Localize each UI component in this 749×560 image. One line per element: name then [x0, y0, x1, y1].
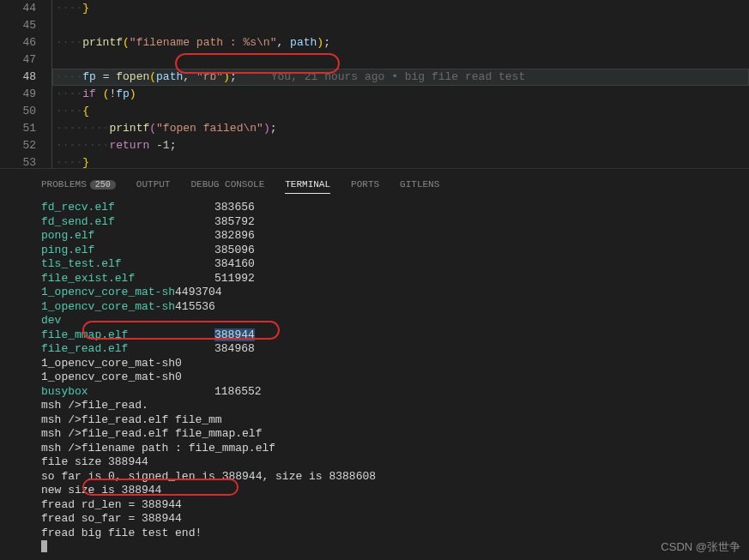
code-line[interactable]: ····fp = fopen(path, "rb");You, 21 hours… [52, 69, 749, 86]
line-number: 47 [0, 51, 36, 69]
git-blame-hint: You, 21 hours ago • big file read test [271, 70, 525, 83]
line-number-gutter: 44454647484950515253 [0, 0, 51, 168]
terminal-line: file_exist.elf511992 [41, 272, 749, 286]
terminal-line: fread big file test end! [41, 527, 749, 541]
code-line[interactable]: ····} [52, 154, 749, 172]
terminal-line: file_read.elf384968 [41, 342, 749, 357]
terminal-line: fread so_far = 388944 [41, 512, 749, 527]
terminal-line: busybox1186552 [41, 385, 749, 400]
terminal-line: fd_recv.elf383656 [41, 201, 749, 215]
code-line[interactable]: ····} [52, 0, 749, 17]
tab-gitlens[interactable]: GITLENS [400, 176, 439, 194]
panel-tabs: PROBLEMS250 OUTPUT DEBUG CONSOLE TERMINA… [0, 169, 749, 197]
terminal-line: msh />file_read. [41, 399, 749, 413]
line-number: 44 [0, 0, 36, 17]
terminal-line: 1_opencv_core_mat-sh0 [41, 357, 749, 371]
tab-output[interactable]: OUTPUT [136, 176, 171, 194]
code-line[interactable]: ····if (!fp) [52, 86, 749, 103]
terminal-line: so far is 0, signed_len is 388944, size … [41, 470, 749, 485]
line-number: 53 [0, 154, 36, 172]
code-line[interactable]: ········return -1; [52, 137, 749, 154]
terminal-line: msh />file_read.elf file_mmap.elf [41, 427, 749, 442]
line-number: 52 [0, 137, 36, 154]
terminal-line: 1_opencv_core_mat-sh0 [41, 370, 749, 385]
code-line[interactable] [52, 51, 749, 69]
line-number: 50 [0, 103, 36, 120]
terminal-line: 1_opencv_core_mat-sh4493704 [41, 286, 749, 300]
terminal-cursor [41, 540, 47, 552]
terminal-line: 1_opencv_core_mat-sh415536 [41, 300, 749, 315]
line-number: 51 [0, 120, 36, 137]
code-line[interactable]: ····printf("filename path : %s\n", path)… [52, 34, 749, 51]
tab-problems[interactable]: PROBLEMS250 [41, 176, 116, 194]
line-number: 49 [0, 86, 36, 103]
bottom-panel: PROBLEMS250 OUTPUT DEBUG CONSOLE TERMINA… [0, 168, 749, 560]
terminal-line: new size is 388944 [41, 484, 749, 498]
terminal-line: dev [41, 314, 749, 328]
code-line[interactable]: ········printf("fopen failed\n"); [52, 120, 749, 137]
code-line[interactable] [52, 17, 749, 34]
tab-ports[interactable]: PORTS [351, 176, 379, 194]
terminal-line: msh />file_read.elf file_mm [41, 413, 749, 428]
terminal-line: fd_send.elf385792 [41, 215, 749, 230]
line-number: 46 [0, 34, 36, 51]
tab-terminal[interactable]: TERMINAL [285, 176, 330, 194]
terminal-line [41, 540, 749, 552]
problems-badge: 250 [90, 180, 116, 190]
terminal-line: tls_test.elf384160 [41, 257, 749, 272]
terminal-line: fread rd_len = 388944 [41, 498, 749, 513]
terminal-line: file_mmap.elf388944 [41, 328, 749, 343]
code-editor[interactable]: 44454647484950515253 ····}····printf("fi… [0, 0, 749, 168]
line-number: 48 [0, 69, 36, 86]
terminal-line: pong.elf382896 [41, 229, 749, 244]
line-number: 45 [0, 17, 36, 34]
terminal-line: file size 388944 [41, 455, 749, 470]
terminal-output[interactable]: fd_recv.elf383656fd_send.elf385792pong.e… [0, 197, 749, 552]
terminal-line: msh />filename path : file_mmap.elf [41, 442, 749, 456]
code-line[interactable]: ····{ [52, 103, 749, 120]
terminal-line: ping.elf385096 [41, 244, 749, 258]
watermark: CSDN @张世争 [661, 539, 740, 555]
code-area[interactable]: ····}····printf("filename path : %s\n", … [51, 0, 749, 168]
tab-debug-console[interactable]: DEBUG CONSOLE [190, 176, 264, 194]
